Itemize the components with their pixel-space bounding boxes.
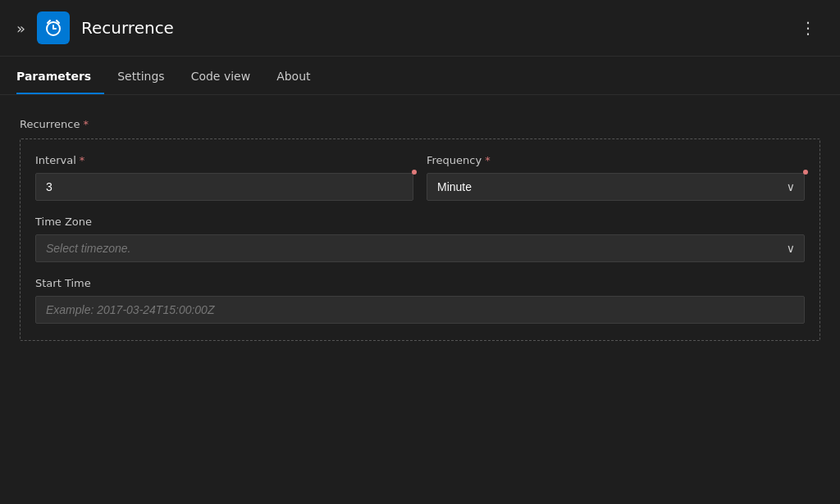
app-container: » Recurrence ⋮ Parameters Settings Code … (0, 0, 840, 504)
timezone-label: Time Zone (35, 216, 805, 228)
interval-input-wrapper (35, 173, 413, 201)
collapse-icon[interactable]: » (16, 20, 25, 37)
frequency-select-wrapper: Second Minute Hour Day Week Month ∨ (427, 173, 805, 201)
starttime-input[interactable] (35, 296, 805, 324)
interval-input[interactable] (35, 173, 413, 201)
interval-required-star: * (80, 154, 85, 166)
tab-code-view[interactable]: Code view (178, 57, 264, 94)
timezone-input[interactable] (35, 234, 805, 262)
frequency-required-star: * (485, 154, 491, 166)
more-options-button[interactable]: ⋮ (793, 15, 824, 41)
frequency-req-indicator (803, 170, 808, 175)
frequency-select[interactable]: Second Minute Hour Day Week Month (427, 173, 805, 201)
interval-field-group: Interval * (35, 154, 413, 201)
header: » Recurrence ⋮ (0, 0, 840, 57)
interval-req-indicator (412, 170, 417, 175)
frequency-field-group: Frequency * Second Minute Hour Day Week … (427, 154, 805, 201)
recurrence-section-label: Recurrence * (20, 118, 820, 130)
starttime-field-group: Start Time (35, 277, 805, 324)
timezone-select-wrapper: ∨ (35, 234, 805, 262)
starttime-label: Start Time (35, 277, 805, 289)
tab-settings[interactable]: Settings (104, 57, 177, 94)
interval-frequency-row: Interval * Frequency * (35, 154, 805, 201)
page-title: Recurrence (81, 18, 793, 38)
app-icon (37, 11, 70, 44)
recurrence-dashed-container: Interval * Frequency * (20, 138, 820, 341)
tabs-bar: Parameters Settings Code view About (0, 57, 840, 95)
recurrence-required-star: * (83, 118, 89, 130)
interval-label: Interval * (35, 154, 413, 166)
tab-about[interactable]: About (263, 57, 323, 94)
tab-parameters[interactable]: Parameters (16, 57, 104, 94)
main-content: Recurrence * Interval * (0, 95, 840, 504)
clock-icon (43, 18, 63, 38)
frequency-label: Frequency * (427, 154, 805, 166)
timezone-field-group: Time Zone ∨ (35, 216, 805, 262)
